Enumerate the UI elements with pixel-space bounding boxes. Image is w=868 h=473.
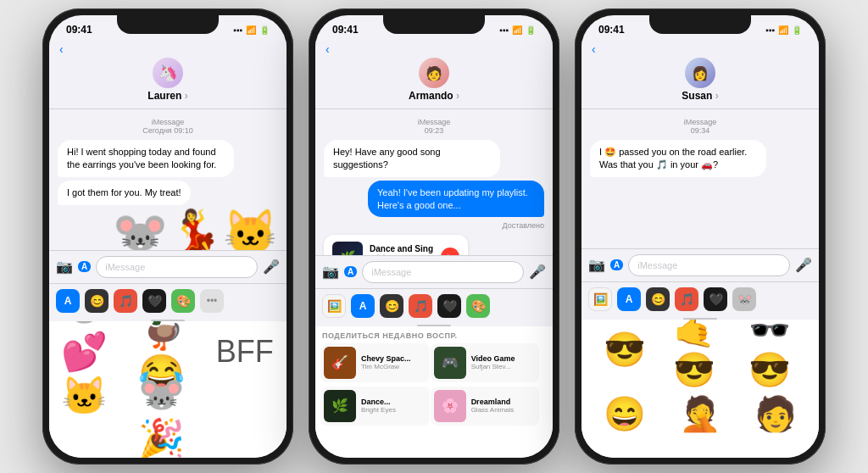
shelf-grid: 🎸 Chevy Spac... Tim McGraw 🎮 Video Game … bbox=[315, 343, 553, 429]
back-button-2[interactable]: ‹ bbox=[326, 42, 330, 56]
music-card[interactable]: 🌿 Dance and Sing Bright Eyes Apple Music… bbox=[324, 235, 468, 254]
signal-icon: ▪▪▪ bbox=[499, 25, 509, 35]
wifi-icon: 📶 bbox=[246, 25, 256, 35]
message-input-1[interactable]: iMessage bbox=[96, 256, 258, 278]
signal-icon: ▪▪▪ bbox=[233, 25, 242, 35]
drawer-app-icon[interactable]: 🖤 bbox=[142, 289, 166, 313]
sticker-grid-1: 🐭💕🐱 🦆😂 BFF 🐭🎉 bbox=[49, 321, 287, 459]
drawer-music-icon[interactable]: 🎵 bbox=[409, 294, 432, 318]
audio-icon[interactable]: 🎤 bbox=[529, 264, 546, 280]
input-bar-1: 📷 A iMessage 🎤 bbox=[49, 250, 287, 283]
app-drawer-2: 🖼️ A 😊 🎵 🖤 🎨 bbox=[315, 288, 553, 323]
notch-1 bbox=[117, 15, 219, 34]
memoji-item[interactable]: 🤙😎 bbox=[673, 326, 727, 374]
chevron-left-icon: ‹ bbox=[326, 42, 330, 56]
sticker-item[interactable]: 🐭🎉 bbox=[138, 391, 198, 442]
sticker-item[interactable]: BFF bbox=[215, 326, 275, 377]
memoji-item[interactable]: 🤦 bbox=[673, 390, 727, 437]
audio-icon[interactable]: 🎤 bbox=[795, 257, 812, 273]
memoji-item[interactable]: 😎 bbox=[598, 326, 652, 374]
shelf-item[interactable]: 🌿 Dance... Bright Eyes bbox=[320, 387, 430, 426]
memoji-item[interactable]: 😄 bbox=[598, 390, 652, 437]
shelf-item[interactable]: 🌸 Dreamland Glass Animals bbox=[431, 387, 540, 426]
message-row: Hi! I went shopping today and found the … bbox=[58, 140, 234, 177]
notch-2 bbox=[383, 15, 485, 34]
avatar-3[interactable]: 👩 bbox=[685, 58, 715, 88]
battery-icon: 🔋 bbox=[792, 25, 802, 35]
phone-3: 09:41 ▪▪▪ 📶 🔋 ‹ 👩 Susan › bbox=[575, 8, 826, 465]
camera-icon[interactable]: 📷 bbox=[56, 259, 73, 275]
avatar-1[interactable]: 🦄 bbox=[153, 58, 183, 88]
app-icon[interactable]: A bbox=[344, 266, 357, 277]
battery-icon: 🔋 bbox=[526, 25, 536, 35]
message-row: I got them for you. My treat! bbox=[58, 181, 191, 205]
play-button[interactable]: ▶ bbox=[441, 248, 459, 254]
more-icon[interactable]: ••• bbox=[200, 289, 224, 313]
message-row: I 🤩 passed you on the road earlier. Was … bbox=[590, 140, 766, 177]
message-bubble: Hey! Have any good song suggestions? bbox=[324, 140, 500, 177]
drawer-app-icon[interactable]: 😊 bbox=[85, 289, 108, 313]
music-card-row: 🌿 Dance and Sing Bright Eyes Apple Music… bbox=[324, 233, 468, 254]
drawer-app-icon[interactable]: A bbox=[351, 294, 375, 318]
drawer-photos-icon[interactable]: 🖼️ bbox=[588, 287, 612, 311]
time-2: 09:41 bbox=[332, 24, 359, 36]
drawer-app-icon[interactable]: 🎵 bbox=[114, 289, 137, 313]
back-button-1[interactable]: ‹ bbox=[59, 42, 64, 56]
shelf-title: ПОДЕЛИТЬСЯ НЕДАВНО ВОСПР. bbox=[315, 326, 553, 343]
sticker-item[interactable]: 🦆😂 bbox=[138, 326, 198, 377]
drawer-photos-icon[interactable]: 🖼️ bbox=[322, 294, 346, 318]
memoji-grid: 😎 🤙😎 🕶️😎 😄 🤦 🧑 bbox=[581, 320, 819, 459]
wifi-icon: 📶 bbox=[778, 25, 788, 35]
messages-area-3: iMessage 09:34 I 🤩 passed you on the roa… bbox=[581, 109, 819, 248]
drawer-app-icon[interactable]: A bbox=[56, 289, 80, 313]
audio-icon[interactable]: 🎤 bbox=[263, 259, 280, 275]
drawer-app-icon[interactable]: 😊 bbox=[646, 287, 670, 311]
drawer-app-icon[interactable]: 🖤 bbox=[437, 294, 461, 318]
music-art: 🌿 bbox=[332, 242, 363, 254]
shelf-item[interactable]: 🎮 Video Game Sufjan Stev... bbox=[431, 343, 540, 382]
wifi-icon: 📶 bbox=[512, 25, 522, 35]
nav-bar-3: ‹ 👩 Susan › bbox=[581, 41, 819, 109]
back-button-3[interactable]: ‹ bbox=[592, 42, 596, 56]
drawer-app-icon[interactable]: 🖤 bbox=[704, 287, 727, 311]
phones-container: 09:41 ▪▪▪ 📶 🔋 ‹ 🦄 Lauren › bbox=[0, 0, 868, 473]
drawer-app-icon[interactable]: A bbox=[617, 287, 641, 311]
chevron-left-icon: ‹ bbox=[592, 42, 596, 56]
input-bar-3: 📷 A iMessage 🎤 bbox=[581, 248, 819, 281]
message-row: Hey! Have any good song suggestions? bbox=[324, 140, 500, 177]
contact-info-1: 🦄 Lauren › bbox=[59, 56, 276, 105]
shelf-info: Chevy Spac... Tim McGraw bbox=[361, 354, 426, 370]
sticker-item[interactable]: 🐭💕🐱 bbox=[61, 326, 120, 377]
camera-icon[interactable]: 📷 bbox=[588, 257, 605, 273]
message-bubble: Hi! I went shopping today and found the … bbox=[58, 140, 234, 177]
timestamp-1: iMessage Сегодня 09:10 bbox=[58, 118, 278, 135]
timestamp-3: iMessage 09:34 bbox=[590, 118, 810, 135]
contact-name-2: Armando › bbox=[409, 90, 459, 102]
contact-name-1: Lauren › bbox=[147, 90, 187, 102]
app-icon[interactable]: A bbox=[78, 261, 91, 272]
app-icon[interactable]: A bbox=[610, 259, 623, 270]
battery-icon: 🔋 bbox=[259, 25, 270, 35]
nav-bar-2: ‹ 🧑 Armando › bbox=[315, 41, 553, 109]
status-icons-2: ▪▪▪ 📶 🔋 bbox=[499, 25, 536, 35]
camera-icon[interactable]: 📷 bbox=[322, 264, 339, 280]
input-bar-2: 📷 A iMessage 🎤 bbox=[315, 255, 553, 288]
memoji-item[interactable]: 🕶️😎 bbox=[748, 326, 803, 374]
message-input-2[interactable]: iMessage bbox=[362, 261, 524, 283]
messages-area-1: iMessage Сегодня 09:10 Hi! I went shoppi… bbox=[49, 109, 287, 250]
message-input-3[interactable]: iMessage bbox=[628, 254, 790, 276]
drawer-app-icon[interactable]: 🐭 bbox=[732, 287, 756, 311]
shelf-item[interactable]: 🎸 Chevy Spac... Tim McGraw bbox=[320, 343, 430, 382]
drawer-app-icon[interactable]: 🎨 bbox=[171, 289, 195, 313]
drawer-app-icon[interactable]: 😊 bbox=[380, 294, 403, 318]
drawer-music-icon[interactable]: 🎵 bbox=[675, 287, 698, 311]
drawer-app-icon[interactable]: 🎨 bbox=[466, 294, 490, 318]
contact-info-2: 🧑 Armando › bbox=[326, 56, 542, 105]
phone-2: 09:41 ▪▪▪ 📶 🔋 ‹ 🧑 Armando › bbox=[309, 8, 559, 465]
shelf-info: Dreamland Glass Animals bbox=[471, 398, 537, 414]
avatar-2[interactable]: 🧑 bbox=[419, 58, 449, 88]
app-drawer-3: 🖼️ A 😊 🎵 🖤 🐭 bbox=[581, 281, 819, 316]
messages-area-2: iMessage 09:23 Hey! Have any good song s… bbox=[315, 109, 553, 255]
memoji-item[interactable]: 🧑 bbox=[748, 390, 803, 437]
shelf-art: 🌸 bbox=[434, 390, 466, 422]
